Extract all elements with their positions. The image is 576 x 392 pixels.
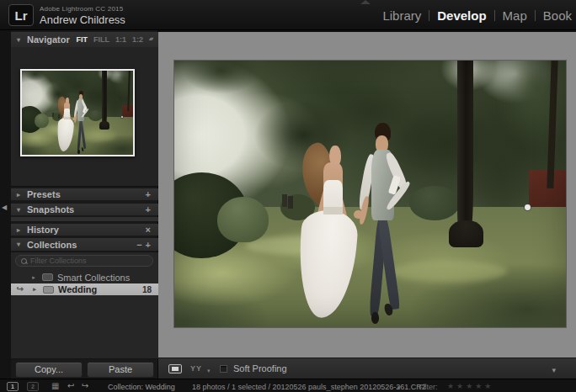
navigator-panel-header[interactable]: Navigator FIT FILL 1:1 1:2 <box>11 32 158 47</box>
star-icon[interactable] <box>475 382 482 390</box>
loupe-view-icon[interactable] <box>168 364 182 373</box>
groom <box>356 123 417 326</box>
go-forward-icon[interactable] <box>82 381 88 390</box>
search-icon <box>21 258 27 264</box>
top-panel-collapse-arrow-icon[interactable] <box>360 0 371 4</box>
before-after-dropdown-icon[interactable] <box>207 368 211 374</box>
groom-forearm <box>82 109 90 119</box>
collection-row-smart-collections[interactable]: Smart Collections <box>11 272 158 283</box>
zoom-1-2[interactable]: 1:2 <box>132 35 143 44</box>
star-icon[interactable] <box>484 382 491 390</box>
star-icon[interactable] <box>447 382 454 390</box>
bush <box>217 197 268 242</box>
grid-view-icon[interactable] <box>51 381 59 390</box>
groom-arm <box>74 100 80 118</box>
develop-toolbar: Soft Proofing <box>158 358 576 379</box>
bush <box>35 114 49 128</box>
second-window-monitor-button[interactable]: 2 <box>27 382 39 391</box>
chevron-down-icon[interactable] <box>17 36 27 44</box>
filmstrip-selection-info[interactable]: 18 photos / 1 selected / 20120526 pauls_… <box>192 383 426 391</box>
bride-dress-skirt <box>296 209 360 320</box>
chevron-right-icon[interactable] <box>30 286 39 293</box>
module-library[interactable]: Library <box>382 8 421 23</box>
photo-count-badge: 18 <box>142 285 152 294</box>
bride <box>57 93 76 153</box>
presets-panel-header[interactable]: Presets <box>11 188 158 200</box>
main-window-monitor-button[interactable]: 1 <box>7 382 19 391</box>
copy-settings-button[interactable]: Copy... <box>15 362 83 378</box>
bride <box>297 130 364 321</box>
module-separator <box>494 10 495 21</box>
navigator-thumbnail[interactable] <box>20 69 135 156</box>
groom-shoe <box>383 303 393 316</box>
large-tree-trunk <box>457 61 474 242</box>
star-icon[interactable] <box>466 382 472 390</box>
main-photo[interactable] <box>174 61 566 327</box>
filmstrip-bar: 1 2 Collection: Wedding 18 photos / 1 se… <box>0 379 576 392</box>
bush <box>52 113 62 121</box>
collapse-left-panel-icon[interactable] <box>2 204 7 211</box>
grass-lawn <box>174 207 566 327</box>
bride-arm <box>333 180 351 231</box>
bride-arm <box>61 109 67 123</box>
groom <box>73 91 90 155</box>
chevron-down-icon[interactable] <box>17 206 27 214</box>
left-panel-collapse-rail[interactable] <box>0 30 11 392</box>
bride-dress-bodice <box>64 109 70 119</box>
before-after-view-icon[interactable] <box>187 363 205 374</box>
history-panel-header[interactable]: History <box>11 224 158 236</box>
module-develop[interactable]: Develop <box>437 8 486 23</box>
bush <box>174 172 248 257</box>
add-preset-icon[interactable] <box>144 189 152 199</box>
zoom-fit[interactable]: FIT <box>76 35 88 44</box>
collection-label: Wedding <box>58 284 97 294</box>
collection-row-wedding-selected[interactable]: Wedding 18 <box>11 283 158 295</box>
paste-settings-button[interactable]: Paste <box>87 362 154 378</box>
groom-trousers <box>369 218 387 315</box>
remove-collection-icon[interactable] <box>135 240 143 250</box>
add-snapshot-icon[interactable] <box>144 204 152 215</box>
chevron-down-icon[interactable] <box>17 241 27 248</box>
note-card <box>83 107 87 113</box>
grass-lawn <box>22 117 133 155</box>
toolbar-options-dropdown-icon[interactable] <box>552 366 556 374</box>
brick-building <box>529 170 566 223</box>
collections-filter-box[interactable] <box>15 255 153 267</box>
chevron-right-icon[interactable] <box>17 191 27 199</box>
chevron-right-icon[interactable] <box>17 226 27 234</box>
tree-trunk-base <box>99 121 109 130</box>
bride-shoulders <box>64 103 70 110</box>
zoom-1-1[interactable]: 1:1 <box>115 35 126 44</box>
zoom-ratio-swap-icon[interactable] <box>149 35 152 44</box>
zoom-fill[interactable]: FILL <box>93 35 109 44</box>
snapshots-panel-header[interactable]: Snapshots <box>11 204 158 215</box>
brick-building <box>122 105 133 122</box>
groom-bowtie <box>377 150 388 158</box>
wedding-photo-scene <box>22 71 133 155</box>
bush <box>280 194 316 221</box>
filmstrip-source-dropdown-icon[interactable] <box>397 384 401 391</box>
left-panel-group: Navigator FIT FILL 1:1 1:2 <box>11 30 158 379</box>
go-back-icon[interactable] <box>67 381 74 390</box>
distant-figures <box>52 113 54 117</box>
smart-collection-set-icon <box>42 273 53 281</box>
clear-history-icon[interactable] <box>144 225 152 235</box>
presets-title: Presets <box>27 189 61 199</box>
groom-shoe <box>77 150 80 154</box>
large-tree-trunk <box>102 71 107 128</box>
star-icon[interactable] <box>456 382 463 390</box>
lightroom-logo: Lr <box>8 4 34 26</box>
soft-proofing-checkbox[interactable] <box>220 365 227 373</box>
groom-vest <box>371 150 394 220</box>
add-collection-icon[interactable] <box>144 240 152 250</box>
bride-hair <box>296 140 341 211</box>
chevron-right-icon[interactable] <box>29 274 38 281</box>
collections-panel-header[interactable]: Collections <box>11 238 158 251</box>
module-map[interactable]: Map <box>503 8 527 23</box>
wedding-photo-scene <box>174 61 566 327</box>
collections-filter-input[interactable] <box>30 257 147 265</box>
bride-hair <box>56 96 70 118</box>
snapshots-empty-content <box>11 217 158 222</box>
bride-dress-bodice <box>323 180 344 213</box>
module-book[interactable]: Book <box>543 8 572 23</box>
